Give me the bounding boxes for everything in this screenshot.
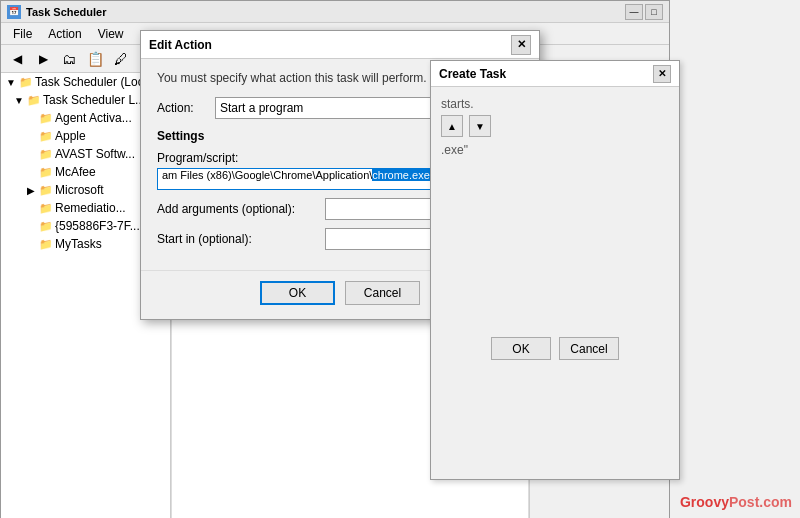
main-title-bar: 📅 Task Scheduler — □ [1,1,669,23]
add-args-label: Add arguments (optional): [157,202,317,216]
maximize-button[interactable]: □ [645,4,663,20]
watermark-groovy: Groovy [680,494,729,510]
dialog-title: Edit Action [149,38,212,52]
folder-icon-2: 📁 [27,94,41,107]
bg-dialog-body: starts. ▲ ▼ .exe" OK Cancel [431,87,679,370]
dialog-ok-btn[interactable]: OK [260,281,335,305]
toolbar-back[interactable]: ◀ [5,48,29,70]
expand-icon-3: ▶ [25,185,37,196]
expand-icon-2: ▼ [13,95,25,106]
sidebar-mytasks-label: MyTasks [55,237,102,251]
dialog-title-bar: Edit Action ✕ [141,31,539,59]
sidebar-microsoft-label: Microsoft [55,183,104,197]
bg-dialog-title-text: Create Task [439,67,506,81]
folder-icon-5: 📁 [39,148,53,161]
minimize-button[interactable]: — [625,4,643,20]
menu-action[interactable]: Action [40,25,89,43]
sidebar-avast-label: AVAST Softw... [55,147,135,161]
sidebar-guid-label: {595886F3-7F... [55,219,140,233]
background-dialog: Create Task ✕ starts. ▲ ▼ .exe" OK Cance… [430,60,680,480]
dialog-cancel-btn[interactable]: Cancel [345,281,420,305]
bg-dialog-close-btn[interactable]: ✕ [653,65,671,83]
sidebar-remediation-label: Remediatio... [55,201,126,215]
watermark: GroovyPost.com [680,494,792,510]
menu-file[interactable]: File [5,25,40,43]
folder-icon-8: 📁 [39,202,53,215]
program-text-prefix: am Files (x86)\Google\Chrome\Application… [162,169,372,181]
bg-dialog-title-bar: Create Task ✕ [431,61,679,87]
folder-icon-4: 📁 [39,130,53,143]
program-input[interactable]: am Files (x86)\Google\Chrome\Application… [157,168,447,190]
program-text-selected: chrome.exe [372,169,429,181]
folder-icon-3: 📁 [39,112,53,125]
sidebar-root-label: Task Scheduler (Loc... [35,75,154,89]
expand-icon: ▼ [5,77,17,88]
app-icon: 📅 [7,5,21,19]
bg-scroll-buttons: ▲ ▼ [441,115,669,137]
bg-dialog-buttons: OK Cancel [441,337,669,360]
sidebar-mcafee-label: McAfee [55,165,96,179]
bg-section-1: starts. ▲ ▼ .exe" [441,97,669,157]
sidebar-apple-label: Apple [55,129,86,143]
toolbar-btn1[interactable]: 🗂 [57,48,81,70]
bg-footer-area: OK Cancel [441,337,669,360]
bg-ok-btn[interactable]: OK [491,337,551,360]
folder-icon-6: 📁 [39,166,53,179]
folder-icon: 📁 [19,76,33,89]
toolbar-forward[interactable]: ▶ [31,48,55,70]
sidebar-scheduler-label: Task Scheduler L... [43,93,145,107]
folder-icon-9: 📁 [39,220,53,233]
sidebar-agent-label: Agent Activa... [55,111,132,125]
toolbar-btn2[interactable]: 📋 [83,48,107,70]
menu-view[interactable]: View [90,25,132,43]
dialog-close-btn[interactable]: ✕ [511,35,531,55]
toolbar-btn3[interactable]: 🖊 [109,48,133,70]
scroll-up-btn[interactable]: ▲ [441,115,463,137]
scroll-down-btn[interactable]: ▼ [469,115,491,137]
action-label: Action: [157,101,207,115]
folder-icon-10: 📁 [39,238,53,251]
bg-text-exe: .exe" [441,143,669,157]
main-window-title: Task Scheduler [26,6,107,18]
bg-text-starts: starts. [441,97,669,111]
start-in-label: Start in (optional): [157,232,317,246]
folder-icon-7: 📁 [39,184,53,197]
watermark-post: Post.com [729,494,792,510]
title-bar-controls: — □ [625,4,663,20]
bg-cancel-btn[interactable]: Cancel [559,337,619,360]
